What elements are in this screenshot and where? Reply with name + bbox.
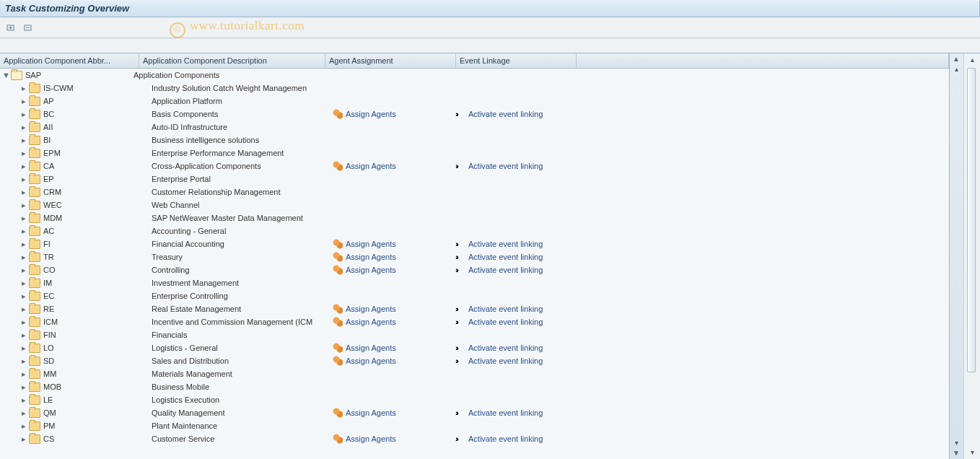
- tree-row[interactable]: ▸MOBBusiness Mobile: [0, 380, 949, 393]
- tree-row[interactable]: ▸ICMIncentive and Commission Management …: [0, 315, 949, 328]
- tree-row[interactable]: ▸EPMEnterprise Performance Management: [0, 147, 949, 159]
- assign-agents-link[interactable]: Assign Agents: [346, 432, 396, 445]
- expand-icon[interactable]: ▸: [20, 224, 27, 237]
- activate-event-link[interactable]: Activate event linking: [468, 315, 543, 328]
- activate-event-link[interactable]: Activate event linking: [468, 108, 543, 121]
- tree-row[interactable]: ▸MMMaterials Management: [0, 367, 949, 380]
- activate-event-link[interactable]: Activate event linking: [468, 432, 543, 445]
- tree-row[interactable]: ▸APApplication Platform: [0, 95, 949, 108]
- activate-event-link[interactable]: Activate event linking: [468, 159, 543, 172]
- expand-icon[interactable]: ▸: [20, 432, 27, 445]
- expand-icon[interactable]: ▸: [20, 159, 27, 172]
- expand-icon[interactable]: ▸: [20, 237, 27, 250]
- tree-row[interactable]: ▸REReal Estate ManagementAssign Agents››…: [0, 302, 949, 315]
- col-header-agent[interactable]: Agent Assignment: [325, 53, 456, 68]
- tree-row[interactable]: ▸TRTreasuryAssign Agents›››Activate even…: [0, 250, 949, 263]
- tree-row[interactable]: ▸BCBasis ComponentsAssign Agents›››Activ…: [0, 108, 949, 121]
- assign-agents-link[interactable]: Assign Agents: [346, 250, 396, 263]
- tree-row[interactable]: ▸CSCustomer ServiceAssign Agents›››Activ…: [0, 432, 949, 445]
- folder-icon: [29, 344, 40, 353]
- activate-event-link[interactable]: Activate event linking: [468, 302, 543, 315]
- tree-row[interactable]: ▸ACAccounting - General: [0, 224, 949, 237]
- activate-event-link[interactable]: Activate event linking: [468, 237, 543, 250]
- tree-row[interactable]: ▸MDMSAP NetWeaver Master Data Management: [0, 211, 949, 224]
- nav-first-icon[interactable]: ▲: [952, 55, 961, 64]
- expand-icon[interactable]: ▸: [20, 276, 27, 289]
- nav-last-icon[interactable]: ▼: [952, 449, 961, 458]
- expand-icon[interactable]: ▸: [20, 263, 27, 276]
- collapse-icon[interactable]: ▼: [2, 69, 9, 82]
- scrollbar-vertical[interactable]: ▴ ▾: [963, 53, 980, 459]
- col-header-desc[interactable]: Application Component Description: [139, 53, 325, 68]
- tree-row[interactable]: ▸WECWeb Channel: [0, 198, 949, 211]
- expand-icon[interactable]: ▸: [20, 121, 27, 134]
- scrollbar-thumb[interactable]: [967, 68, 976, 372]
- scroll-down-icon[interactable]: ▾: [968, 448, 976, 457]
- tree-row[interactable]: ▸IMInvestment Management: [0, 276, 949, 289]
- expand-icon[interactable]: ▸: [20, 172, 27, 185]
- tree-row[interactable]: ▸FINFinancials: [0, 328, 949, 341]
- expand-icon[interactable]: ▸: [20, 95, 27, 108]
- component-abbr: FI: [43, 237, 51, 250]
- expand-icon[interactable]: ▸: [20, 419, 27, 432]
- col-header-abbr[interactable]: Application Component Abbr...: [0, 53, 139, 68]
- assign-agents-link[interactable]: Assign Agents: [346, 108, 396, 121]
- activate-event-link[interactable]: Activate event linking: [468, 250, 543, 263]
- expand-icon[interactable]: ▸: [20, 198, 27, 211]
- tree-row[interactable]: ▸SDSales and DistributionAssign Agents››…: [0, 354, 949, 367]
- assign-agents-link[interactable]: Assign Agents: [346, 302, 396, 315]
- collapse-all-button[interactable]: [20, 19, 36, 35]
- assign-agents-link[interactable]: Assign Agents: [346, 315, 396, 328]
- expand-icon[interactable]: ▸: [20, 341, 27, 354]
- tree-row[interactable]: ▸QMQuality ManagementAssign Agents›››Act…: [0, 406, 949, 419]
- expand-icon[interactable]: ▸: [20, 354, 27, 367]
- tree-row[interactable]: ▸CACross-Application ComponentsAssign Ag…: [0, 159, 949, 172]
- activate-event-link[interactable]: Activate event linking: [468, 341, 543, 354]
- nav-down-icon[interactable]: ▾: [952, 439, 961, 447]
- expand-icon[interactable]: ▸: [20, 147, 27, 159]
- assign-agents-link[interactable]: Assign Agents: [346, 263, 396, 276]
- title-bar: Task Customizing Overview: [0, 0, 980, 17]
- expand-icon[interactable]: ▸: [20, 289, 27, 302]
- tree-row[interactable]: ▸AIIAuto-ID Infrastructure: [0, 121, 949, 134]
- expand-icon[interactable]: ▸: [20, 82, 27, 95]
- expand-icon[interactable]: ▸: [20, 393, 27, 406]
- col-header-event[interactable]: Event Linkage: [456, 53, 577, 68]
- tree-row[interactable]: ▸COControllingAssign Agents›››Activate e…: [0, 263, 949, 276]
- vertical-nav-inner[interactable]: ▲ ▴ ▾ ▼: [949, 53, 963, 459]
- expand-icon[interactable]: ▸: [20, 302, 27, 315]
- component-abbr: EPM: [43, 147, 61, 159]
- nav-up-icon[interactable]: ▴: [952, 65, 961, 74]
- tree-row[interactable]: ▸LELogistics Execution: [0, 393, 949, 406]
- assign-agents-link[interactable]: Assign Agents: [346, 354, 396, 367]
- tree-row[interactable]: ▸IS-CWMIndustry Solution Catch Weight Ma…: [0, 82, 949, 95]
- assign-agents-link[interactable]: Assign Agents: [346, 341, 396, 354]
- expand-icon[interactable]: ▸: [20, 134, 27, 147]
- expand-icon[interactable]: ▸: [20, 380, 27, 393]
- expand-icon[interactable]: ▸: [20, 315, 27, 328]
- expand-icon[interactable]: ▸: [20, 108, 27, 121]
- expand-icon[interactable]: ▸: [20, 367, 27, 380]
- assign-agents-link[interactable]: Assign Agents: [346, 159, 396, 172]
- tree-row[interactable]: ▸CRMCustomer Relationship Management: [0, 185, 949, 198]
- scroll-up-icon[interactable]: ▴: [968, 56, 976, 64]
- assign-agents-link[interactable]: Assign Agents: [346, 406, 396, 419]
- expand-icon[interactable]: ▸: [20, 250, 27, 263]
- tree-row[interactable]: ▸EPEnterprise Portal: [0, 172, 949, 185]
- expand-icon[interactable]: ▸: [20, 211, 27, 224]
- tree-row[interactable]: ▸ECEnterprise Controlling: [0, 289, 949, 302]
- tree-row[interactable]: ▸LOLogistics - GeneralAssign Agents›››Ac…: [0, 341, 949, 354]
- tree-row[interactable]: ▸BIBusiness intelligence solutions: [0, 134, 949, 147]
- grid-body[interactable]: ▼SAPApplication Components▸IS-CWMIndustr…: [0, 69, 949, 459]
- tree-row[interactable]: ▸FIFinancial AccountingAssign Agents›››A…: [0, 237, 949, 250]
- expand-icon[interactable]: ▸: [20, 185, 27, 198]
- expand-icon[interactable]: ▸: [20, 328, 27, 341]
- activate-event-link[interactable]: Activate event linking: [468, 263, 543, 276]
- tree-row[interactable]: ▼SAPApplication Components: [0, 69, 949, 82]
- assign-agents-link[interactable]: Assign Agents: [346, 237, 396, 250]
- activate-event-link[interactable]: Activate event linking: [468, 354, 543, 367]
- activate-event-link[interactable]: Activate event linking: [468, 406, 543, 419]
- expand-icon[interactable]: ▸: [20, 406, 27, 419]
- expand-all-button[interactable]: [3, 19, 19, 35]
- tree-row[interactable]: ▸PMPlant Maintenance: [0, 419, 949, 432]
